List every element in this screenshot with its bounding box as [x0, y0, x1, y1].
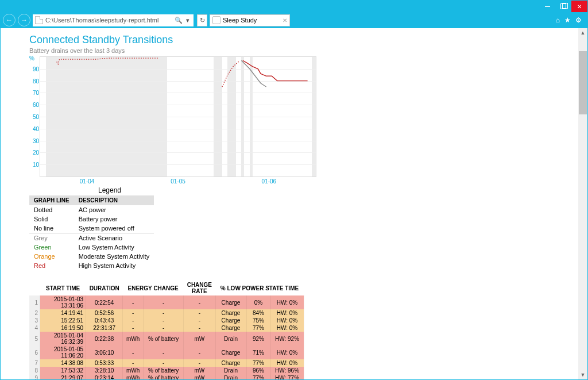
table-header: ENERGY CHANGE	[123, 281, 184, 295]
cell-duration: 3:28:10	[86, 367, 123, 374]
cell-low-pct: 0%	[246, 295, 270, 309]
scrollbar[interactable]: ▲ ▼	[578, 28, 587, 379]
forward-button[interactable]: →	[18, 14, 30, 26]
address-text: C:\Users\Thomas\sleepstudy-report.html	[45, 17, 158, 24]
table-row[interactable]: 714:38:080:53:33---Charge77%HW: 0%	[29, 359, 304, 367]
legend-header-desc: DESCRIPTION	[74, 195, 154, 205]
cell-state: Charge	[215, 317, 246, 324]
cell-energy-pct: -	[144, 317, 184, 324]
table-row[interactable]: 62015-01-05 11:06:203:06:10---Charge71%H…	[29, 346, 304, 359]
row-index: 6	[29, 346, 40, 359]
legend-title: Legend	[64, 186, 156, 194]
cell-start-time: 2015-01-05 11:06:20	[40, 346, 86, 359]
tools-icon[interactable]: ⚙	[575, 16, 582, 24]
content-area: Connected Standby Transitions Battery dr…	[1, 28, 587, 379]
minimize-button[interactable]	[539, 1, 555, 12]
refresh-button[interactable]: ↻	[197, 14, 207, 26]
cell-low-pct: 77%	[246, 324, 270, 332]
cell-hw-pct: HW: 0%	[270, 317, 304, 324]
table-header	[29, 281, 40, 295]
address-bar[interactable]: C:\Users\Thomas\sleepstudy-report.html 🔍…	[33, 14, 194, 26]
tab-close-icon[interactable]: ✕	[283, 17, 287, 24]
cell-low-pct: 96%	[246, 367, 270, 374]
cell-start-time: 21:29:07	[40, 374, 86, 379]
scroll-down-icon[interactable]: ▼	[578, 370, 587, 379]
page-body: Connected Standby Transitions Battery dr…	[1, 28, 578, 379]
y-tick-label: 20	[30, 149, 39, 156]
favorites-icon[interactable]: ★	[564, 16, 571, 24]
page-icon	[35, 16, 43, 24]
cell-hw-pct: HW: 0%	[270, 346, 304, 359]
legend-key: No line	[29, 224, 74, 233]
cell-energy-mwh: -	[123, 359, 144, 367]
browser-tab[interactable]: Sleep Study ✕	[210, 14, 290, 26]
cell-low-pct: 84%	[246, 309, 270, 317]
cell-energy-mwh: -	[123, 324, 144, 332]
cell-hw-pct: HW: 0%	[270, 309, 304, 317]
cell-energy-mwh: -	[123, 295, 144, 309]
scroll-up-icon[interactable]: ▲	[578, 28, 587, 37]
cell-duration: 0:22:38	[86, 332, 123, 346]
table-row[interactable]: 12015-01-03 13:31:060:22:54---Charge0%HW…	[29, 295, 304, 309]
cell-start-time: 2015-01-03 13:31:06	[40, 295, 86, 309]
cell-low-pct: 77%	[246, 374, 270, 379]
cell-start-time: 17:53:32	[40, 367, 86, 374]
scrollbar-thumb[interactable]	[579, 51, 587, 114]
table-row[interactable]: 214:19:410:52:56---Charge84%HW: 0%	[29, 309, 304, 317]
cell-energy-pct: -	[144, 346, 184, 359]
cell-duration: 0:52:56	[86, 309, 123, 317]
search-icon[interactable]: 🔍	[175, 17, 182, 24]
y-tick-label: 40	[30, 125, 39, 132]
row-index: 9	[29, 374, 40, 379]
table-row[interactable]: 416:19:5022:31:37---Charge77%HW: 0%	[29, 324, 304, 332]
restore-button[interactable]	[555, 1, 571, 12]
chart-svg	[40, 57, 316, 176]
titlebar[interactable]	[1, 1, 587, 12]
cell-state: Drain	[215, 367, 246, 374]
cell-energy-pct: -	[144, 295, 184, 309]
cell-change-rate: -	[184, 309, 215, 317]
cell-low-pct: 77%	[246, 359, 270, 367]
y-tick-label: 50	[30, 114, 39, 120]
cell-state: Charge	[215, 324, 246, 332]
home-icon[interactable]: ⌂	[556, 16, 560, 24]
cell-low-pct: 75%	[246, 317, 270, 324]
table-row[interactable]: 315:22:510:43:43---Charge75%HW: 0%	[29, 317, 304, 324]
legend-key: Green	[29, 243, 74, 252]
close-button[interactable]	[571, 1, 587, 12]
cell-hw-pct: HW: 0%	[270, 295, 304, 309]
row-index: 8	[29, 367, 40, 374]
address-tools: 🔍 ▾	[175, 17, 191, 24]
cell-energy-mwh: mWh	[123, 332, 144, 346]
cell-duration: 0:53:33	[86, 359, 123, 367]
command-bar: ⌂ ★ ⚙	[556, 16, 585, 24]
table-row[interactable]: 817:53:323:28:10mWh% of batterymWDrain96…	[29, 367, 304, 374]
y-tick-label: 10	[30, 162, 39, 168]
cell-energy-mwh: -	[123, 346, 144, 359]
tab-title: Sleep Study	[223, 17, 257, 24]
back-button[interactable]: ←	[3, 14, 16, 26]
table-row[interactable]: 52015-01-04 16:32:390:22:38mWh% of batte…	[29, 332, 304, 346]
y-tick-label: 70	[30, 90, 39, 96]
cell-change-rate: mW	[184, 332, 215, 346]
cell-hw-pct: HW: 0%	[270, 324, 304, 332]
cell-state: Charge	[215, 309, 246, 317]
y-axis-label: %	[29, 55, 34, 62]
cell-start-time: 16:19:50	[40, 324, 86, 332]
cell-change-rate: mW	[184, 367, 215, 374]
cell-hw-pct: HW: 0%	[270, 359, 304, 367]
legend-desc: Moderate System Activity	[74, 252, 154, 261]
table-header: CHANGE RATE	[184, 281, 215, 295]
cell-energy-mwh: mWh	[123, 367, 144, 374]
legend-key: Orange	[29, 252, 74, 261]
cell-energy-pct: % of battery	[144, 332, 184, 346]
cell-low-pct: 71%	[246, 346, 270, 359]
cell-start-time: 14:38:08	[40, 359, 86, 367]
row-index: 4	[29, 324, 40, 332]
table-header: DURATION	[86, 281, 123, 295]
legend-desc: Battery power	[74, 214, 154, 224]
page-heading: Connected Standby Transitions	[29, 34, 578, 46]
dropdown-icon[interactable]: ▾	[184, 17, 191, 24]
cell-energy-mwh: -	[123, 317, 144, 324]
table-row[interactable]: 921:29:070:23:14mWh% of batterymWDrain77…	[29, 374, 304, 379]
